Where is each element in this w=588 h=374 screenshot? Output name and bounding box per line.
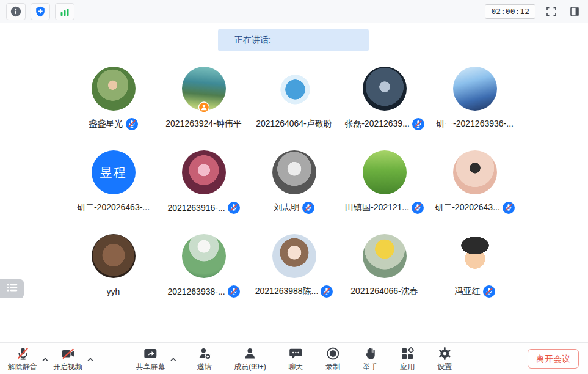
layout-icon[interactable] <box>567 4 582 19</box>
participant-name: 2021264066-沈春 <box>350 286 418 297</box>
participant-name: yyh <box>107 287 120 296</box>
avatar-black-white-man-photo <box>272 150 316 194</box>
participant-tile[interactable]: 2021264066-沈春 <box>339 230 430 298</box>
participant-name: 张磊-20212639... <box>344 119 410 130</box>
host-badge-icon <box>198 101 209 113</box>
participant-tile[interactable]: 2021263988陈... <box>249 230 339 298</box>
toolbar-center-group: 共享屏幕 邀请 成员(99+) 聊天 录制 举手 <box>132 343 455 374</box>
toolbar-item-invite[interactable]: 邀请 <box>194 343 215 374</box>
avatar-man-white-cap-golf <box>182 234 226 278</box>
avatar-animal-with-sunglasses <box>453 150 497 194</box>
participant-name: 2021263938-... <box>167 287 225 296</box>
mic-muted-icon <box>503 202 515 214</box>
mic-muted-icon <box>412 118 424 130</box>
avatar-blue-circle-initials: 昱程 <box>92 150 136 194</box>
members-icon <box>242 346 258 361</box>
fullscreen-icon[interactable] <box>544 4 559 19</box>
avatar-anime-spiky-yellow-hair <box>363 234 407 278</box>
meeting-status-icons <box>6 3 74 20</box>
avatar-doraemon-cartoon-on-white <box>272 67 316 111</box>
participant-tile[interactable]: 盏盏星光 <box>68 63 159 131</box>
mic-muted-icon <box>302 202 314 214</box>
leave-meeting-button[interactable]: 离开会议 <box>528 349 579 369</box>
participant-name-row: 刘志明 <box>274 201 314 215</box>
participant-tile[interactable]: 昱程 研二-202026463-... <box>68 147 159 215</box>
avatar-cartoon-girl-pigtails-on-white <box>453 234 497 278</box>
participant-name: 盏盏星光 <box>89 119 123 130</box>
meeting-timer: 02:00:12 <box>485 4 535 19</box>
participant-name: 研一-2021263936-... <box>436 119 514 130</box>
participant-name-row: 研二-202026463-... <box>77 201 150 215</box>
avatar-anime-boy-brown-hair <box>272 234 316 278</box>
speaking-banner: 正在讲话: <box>218 29 369 51</box>
participant-name: 刘志明 <box>274 202 300 213</box>
list-icon <box>5 283 19 295</box>
participant-tile[interactable]: 2021263938-... <box>159 230 249 298</box>
participant-name-row: 冯亚红 <box>455 285 495 298</box>
mic-muted-icon <box>483 285 495 298</box>
participant-tile[interactable]: 田镇国-202121... <box>339 147 430 215</box>
participant-name: 研二-20202643... <box>435 202 500 213</box>
participant-name-row: 2021263988陈... <box>255 285 333 298</box>
toolbar-item-members[interactable]: 成员(99+) <box>231 343 269 374</box>
participants-row: yyh 2021263938-... 2021263988陈... 2021 <box>68 230 520 298</box>
participant-name-row: 2021263924-钟伟平 <box>165 117 242 131</box>
caret-up-icon[interactable] <box>40 343 50 374</box>
shield-icon[interactable] <box>31 3 50 20</box>
invite-icon <box>197 346 212 361</box>
participant-tile[interactable]: 张磊-20212639... <box>339 63 430 131</box>
participant-name-row: 2021264066-沈春 <box>350 285 418 298</box>
toolbar-item-record[interactable]: 录制 <box>322 343 344 374</box>
bottom-toolbar: 解除静音 开启视频 共享屏幕 邀请 成员(99+) <box>0 342 588 374</box>
participant-tile[interactable]: 2021264064-卢敬盼 <box>249 63 339 131</box>
participants-grid: 盏盏星光 2021263924-钟伟平 2021264064-卢敬盼 张磊- <box>0 63 588 298</box>
record-icon <box>325 346 341 361</box>
avatar-initials: 昱程 <box>100 164 127 181</box>
member-list-toggle[interactable] <box>0 279 24 298</box>
participant-name-row: 2021263916-... <box>167 201 239 215</box>
participant-tile[interactable]: 研二-20202643... <box>430 147 520 215</box>
mic-muted-icon <box>412 202 424 214</box>
raise-hand-icon <box>363 346 378 361</box>
participant-tile[interactable]: 2021263916-... <box>159 147 249 215</box>
toolbar-item-chat[interactable]: 聊天 <box>285 343 307 374</box>
settings-icon <box>437 346 452 361</box>
toolbar-item-share-screen[interactable]: 共享屏幕 <box>132 343 168 374</box>
camera-off-icon <box>60 346 76 361</box>
participant-name: 2021263924-钟伟平 <box>165 119 242 130</box>
participant-name-row: 研二-20202643... <box>435 201 515 215</box>
avatar-teal-tree-bench-painting <box>182 67 226 111</box>
avatar-smiling-man-photo <box>92 234 136 278</box>
participant-name-row: 盏盏星光 <box>89 117 138 131</box>
toolbar-item-apps[interactable]: 应用 <box>397 343 418 374</box>
avatar-dark-cartoon-face-glasses <box>363 67 407 111</box>
participant-tile[interactable]: 刘志明 <box>249 147 339 215</box>
speaking-banner-label: 正在讲话: <box>234 35 271 46</box>
avatar-anime-boy-blue <box>453 67 497 111</box>
participant-tile[interactable]: 冯亚红 <box>430 230 520 298</box>
signal-icon[interactable] <box>55 3 74 20</box>
top-bar: 02:00:12 <box>0 0 588 23</box>
participant-name: 田镇国-202121... <box>345 202 409 213</box>
participant-name-row: 研一-2021263936-... <box>436 117 514 131</box>
participant-name-row: 2021264064-卢敬盼 <box>256 117 332 131</box>
caret-up-icon[interactable] <box>85 343 95 374</box>
participant-name-row: 田镇国-202121... <box>345 201 424 215</box>
apps-icon <box>400 346 415 361</box>
toolbar-item-settings[interactable]: 设置 <box>434 343 456 374</box>
mic-muted-icon <box>228 285 240 298</box>
toolbar-item-raise-hand[interactable]: 举手 <box>360 343 381 374</box>
participant-name: 2021264064-卢敬盼 <box>256 119 332 130</box>
participant-tile[interactable]: yyh <box>68 230 159 298</box>
caret-up-icon[interactable] <box>168 343 178 374</box>
participant-tile[interactable]: 研一-2021263936-... <box>430 63 520 131</box>
info-icon[interactable] <box>6 3 26 20</box>
chat-icon <box>288 346 303 361</box>
participant-name: 2021263988陈... <box>255 286 319 297</box>
participant-name: 研二-202026463-... <box>77 202 150 213</box>
toolbar-item-start-video[interactable]: 开启视频 <box>50 343 85 374</box>
avatar-pink-red-smoke-dark <box>182 150 226 194</box>
participant-name: 冯亚红 <box>455 286 481 297</box>
participant-tile[interactable]: 2021263924-钟伟平 <box>159 63 249 131</box>
toolbar-item-unmute[interactable]: 解除静音 <box>5 343 40 374</box>
